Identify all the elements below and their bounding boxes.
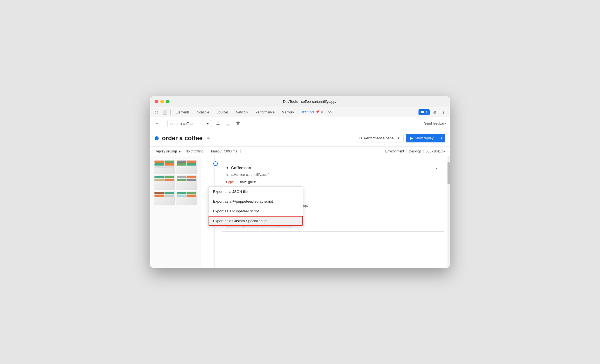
badge-count: 1 (426, 111, 427, 114)
export-puppeteer-item[interactable]: Export as a Puppeteer script (209, 206, 303, 216)
screenshot-thumb-6[interactable] (176, 191, 197, 205)
scrollbar-thumb[interactable] (447, 162, 450, 184)
perf-dropdown-arrow: ▾ (398, 136, 400, 140)
export-json-label: Export as a JSON file (213, 190, 248, 194)
screenshot-thumb-1[interactable] (154, 160, 175, 174)
tab-sources[interactable]: Sources (213, 109, 232, 116)
download-button[interactable] (224, 120, 232, 127)
recording-name-label: order a coffee (170, 122, 193, 126)
header-actions: ↺ Performance panel ▾ ▶ Slow replay ▾ (355, 134, 445, 142)
device-icon[interactable]: ⬜ (161, 108, 169, 116)
feedback-icon: 💬 (421, 110, 425, 114)
code-line-type: type : navigate (226, 179, 441, 186)
toolbar-separator (164, 121, 164, 126)
upload-button[interactable] (214, 120, 222, 127)
devtools-tabbar: ⬡ ⬜ Elements Console Sources Network Per… (150, 107, 450, 117)
export-puppeteer-replay-item[interactable]: Export as a @puppeteer/replay script (209, 196, 303, 206)
slow-replay-main-button[interactable]: ▶ Slow replay (406, 134, 438, 142)
more-options-icon[interactable]: ⋮ (440, 108, 447, 116)
window-title: DevTools - coffee-cart.netlify.app/ (174, 100, 445, 104)
step-collapse-icon[interactable]: ▼ (226, 166, 229, 169)
recording-dropdown-arrow: ▾ (207, 122, 209, 126)
step-title: ▼ Coffee cart (226, 166, 251, 170)
screenshot-panel (150, 156, 200, 268)
timeline-node (213, 161, 218, 166)
tab-recorder-label: Recorder (301, 110, 314, 114)
env-desktop-value: Desktop (406, 149, 421, 153)
type-val: : navigate (236, 180, 256, 184)
export-puppeteer-replay-label: Export as a @puppeteer/replay script (213, 199, 273, 203)
feedback-badge-button[interactable]: 💬 1 (418, 109, 430, 115)
replay-settings-label[interactable]: Replay settings ▶ (155, 149, 181, 153)
add-recording-button[interactable]: + (154, 120, 160, 127)
tab-network[interactable]: Network (233, 109, 251, 116)
replay-settings-text: Replay settings (155, 149, 178, 153)
tab-performance[interactable]: Performance (252, 109, 278, 116)
scrollbar-track (447, 156, 450, 268)
throttling-value: No throttling (185, 149, 207, 153)
devtools-window: DevTools - coffee-cart.netlify.app/ ⬡ ⬜ … (150, 96, 450, 268)
timeout-value: Timeout: 5000 ms (211, 149, 241, 153)
screenshot-thumb-2[interactable] (176, 160, 197, 174)
type-key: type (226, 180, 234, 184)
screenshot-thumb-5[interactable] (154, 191, 175, 205)
perf-panel-label: Performance panel (364, 136, 395, 140)
step-more-options[interactable]: ⋮ (433, 164, 441, 172)
recording-status-dot (155, 136, 159, 140)
recorder-toolbar: + order a coffee ▾ Send feedback (150, 117, 450, 130)
upload-icon (216, 121, 220, 126)
devtools-right-icons: 💬 1 ⚙ ⋮ (418, 108, 447, 116)
play-icon: ▶ (410, 136, 413, 140)
tab-memory[interactable]: Memory (279, 109, 297, 116)
screenshot-grid (154, 160, 197, 205)
export-puppeteer-label: Export as a Puppeteer script (213, 209, 259, 213)
tab-separator (170, 110, 171, 115)
tab-console[interactable]: Console (193, 109, 212, 116)
tab-recorder[interactable]: Recorder 📌 × (298, 108, 326, 116)
environment-label: Environment (385, 149, 404, 153)
delete-button[interactable] (234, 120, 242, 127)
recording-title: order a coffee (162, 135, 203, 142)
slow-replay-arrow-icon: ▾ (441, 136, 442, 140)
delete-icon (236, 121, 240, 126)
traffic-lights (155, 100, 170, 103)
export-custom-special-item[interactable]: Export as a Custom Special script (209, 216, 303, 226)
main-content: ▼ Coffee cart ⋮ https://coffee-cart.netl… (150, 156, 450, 268)
performance-panel-button[interactable]: ↺ Performance panel ▾ (355, 134, 404, 142)
settings-icon[interactable]: ⚙ (431, 108, 439, 116)
settings-arrow-icon: ▶ (179, 150, 181, 153)
edit-recording-icon[interactable]: ✏ (207, 136, 211, 140)
download-icon (226, 121, 230, 126)
screenshot-thumb-4[interactable] (176, 175, 197, 190)
slow-replay-dropdown-button[interactable]: ▾ (438, 134, 445, 142)
settings-bar: Replay settings ▶ No throttling Timeout:… (150, 147, 450, 156)
titlebar: DevTools - coffee-cart.netlify.app/ (150, 96, 450, 107)
more-tabs-icon[interactable]: >> (326, 108, 334, 116)
perf-refresh-icon: ↺ (359, 136, 362, 140)
maximize-button[interactable] (166, 100, 170, 103)
send-feedback-link[interactable]: Send feedback (424, 122, 446, 125)
export-dropdown-menu: Export as a JSON file Export as a @puppe… (208, 186, 303, 226)
step-url: https://coffee-cart.netlify.app/ (226, 173, 441, 177)
pin-icon: 📌 (316, 110, 320, 114)
screenshot-thumb-3[interactable] (154, 175, 175, 190)
slow-replay-label: Slow replay (415, 136, 434, 140)
recording-selector[interactable]: order a coffee ▾ (167, 120, 212, 127)
step-name: Coffee cart (231, 166, 251, 170)
export-custom-special-label: Export as a Custom Special script (213, 219, 267, 223)
cursor-icon[interactable]: ⬡ (153, 108, 160, 116)
close-button[interactable] (155, 100, 158, 103)
resolution-value: 580×1041 px (423, 149, 445, 153)
minimize-button[interactable] (160, 100, 164, 103)
slow-replay-button[interactable]: ▶ Slow replay ▾ (406, 134, 445, 142)
recording-header: order a coffee ✏ ↺ Performance panel ▾ ▶… (150, 130, 450, 147)
tab-elements[interactable]: Elements (172, 109, 193, 116)
export-json-item[interactable]: Export as a JSON file (209, 187, 303, 196)
tab-close-icon[interactable]: × (321, 110, 323, 114)
